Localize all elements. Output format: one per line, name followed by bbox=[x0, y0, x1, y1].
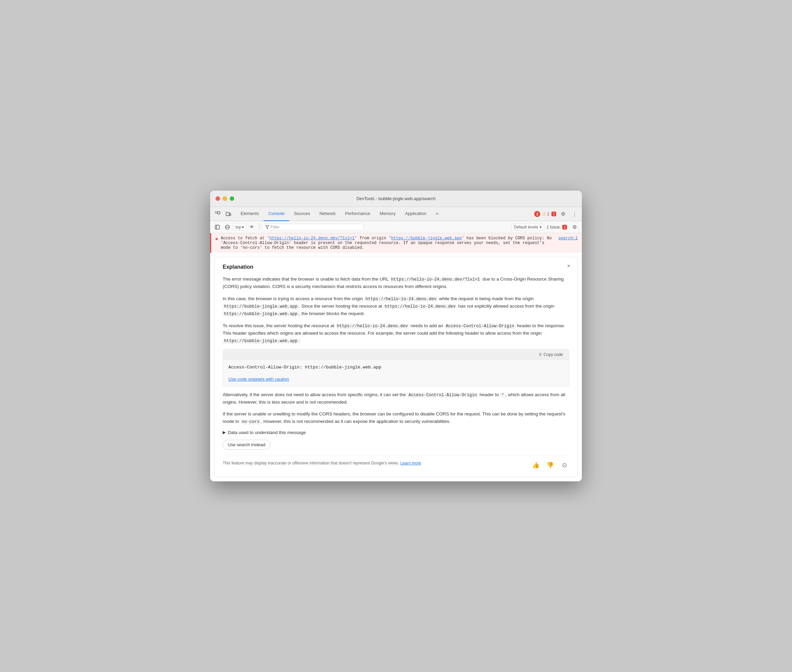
tab-console[interactable]: Console bbox=[263, 207, 289, 221]
eye-icon[interactable]: 👁 bbox=[248, 223, 257, 232]
issues-label: 1 Issue: bbox=[547, 225, 561, 229]
inline-origin-1: https://hello-io-24.deno.dev bbox=[364, 296, 438, 302]
error-url1-link[interactable]: https://hello-io-24.deno.dev/?lvl=1 bbox=[269, 236, 354, 241]
titlebar: DevTools - bubble-jingle.web.app/search bbox=[210, 190, 582, 207]
tab-sources[interactable]: Sources bbox=[289, 207, 315, 221]
filter-input-area[interactable]: Filter bbox=[262, 224, 364, 230]
tab-toolbar-icons bbox=[213, 209, 233, 219]
log-levels-dropdown[interactable]: Default levels ▾ bbox=[511, 224, 544, 230]
svg-marker-8 bbox=[265, 226, 269, 229]
close-explanation-button[interactable]: × bbox=[565, 262, 573, 270]
explanation-title: Explanation bbox=[223, 264, 569, 270]
caution-link[interactable]: Use code snippets with caution bbox=[228, 376, 289, 382]
tab-performance[interactable]: Performance bbox=[340, 207, 375, 221]
close-button[interactable] bbox=[216, 197, 220, 201]
error-text-before: Access to fetch at ' bbox=[220, 236, 269, 241]
data-used-label: Data used to understand this message bbox=[228, 430, 306, 435]
inline-origin-5: https://bubble-jingle.web.app bbox=[223, 338, 299, 344]
devtools-tab-bar: Elements Console Sources Network Perform… bbox=[210, 207, 582, 221]
error-source-link[interactable]: search:1 bbox=[558, 236, 578, 250]
error-text-middle: ' from origin ' bbox=[355, 236, 391, 241]
minimize-button[interactable] bbox=[223, 197, 227, 201]
copy-icon: ⎘ bbox=[539, 352, 541, 357]
chevron-down-icon-2: ▾ bbox=[540, 225, 541, 229]
error-icon: ✖ bbox=[215, 236, 218, 250]
report-button[interactable]: ⊙ bbox=[559, 460, 569, 470]
inline-wildcard: * bbox=[500, 392, 506, 398]
device-mode-icon[interactable] bbox=[224, 209, 233, 219]
thumbs-up-button[interactable]: 👍 bbox=[531, 460, 541, 470]
settings-icon[interactable]: ⚙ bbox=[558, 209, 568, 219]
feedback-icons: 👍 👎 ⊙ bbox=[531, 460, 569, 470]
window-title: DevTools - bubble-jingle.web.app/search bbox=[356, 196, 436, 201]
inline-header-1: Access-Control-Allow-Origin bbox=[444, 323, 516, 329]
use-search-label: Use search instead bbox=[228, 442, 265, 447]
maximize-button[interactable] bbox=[230, 197, 234, 201]
error-message-content: Access to fetch at 'https://hello-io-24.… bbox=[220, 236, 556, 250]
devtools-window: DevTools - bubble-jingle.web.app/search … bbox=[210, 190, 582, 481]
code-block: ⎘ Copy code Access-Control-Allow-Origin:… bbox=[223, 349, 569, 386]
warning-icon: ⚠ bbox=[542, 211, 546, 216]
code-block-body: Access-Control-Allow-Origin: https://bub… bbox=[223, 360, 569, 374]
svg-rect-0 bbox=[215, 211, 217, 213]
learn-more-link[interactable]: Learn more bbox=[401, 461, 421, 466]
inspect-element-icon[interactable] bbox=[213, 209, 222, 219]
sidebar-toggle-icon[interactable] bbox=[213, 223, 222, 232]
warning-badge-group: ⚠ 1 bbox=[542, 211, 549, 216]
chevron-down-icon: ▾ bbox=[242, 225, 244, 229]
inline-origin-2: https://bubble-jingle.web.app bbox=[223, 304, 299, 309]
main-tabs: Elements Console Sources Network Perform… bbox=[236, 207, 534, 221]
issues-counter: 1 Issue: 1 bbox=[547, 225, 567, 229]
inline-origin-4: https://bubble-jingle.web.app bbox=[223, 311, 299, 317]
explanation-para-4: Alternatively, if the server does not ne… bbox=[223, 391, 569, 406]
tab-more[interactable]: » bbox=[431, 207, 443, 221]
more-options-icon[interactable]: ⋮ bbox=[570, 209, 579, 219]
svg-rect-3 bbox=[230, 213, 231, 216]
code-snippet-text: Access-Control-Allow-Origin: https://bub… bbox=[228, 365, 381, 370]
console-toolbar: top ▾ 👁 Filter Default levels ▾ 1 Issue:… bbox=[210, 221, 582, 233]
tab-elements[interactable]: Elements bbox=[236, 207, 263, 221]
svg-rect-4 bbox=[215, 225, 219, 229]
filter-label[interactable]: Filter bbox=[271, 225, 280, 229]
tab-memory[interactable]: Memory bbox=[375, 207, 401, 221]
tabs-right-area: 2 ⚠ 1 1 ⚙ ⋮ bbox=[534, 209, 579, 219]
code-block-header: ⎘ Copy code bbox=[223, 349, 569, 360]
inline-nocors: no-cors bbox=[241, 419, 261, 424]
inline-url-1: https://hello-io-24.deno.dev/?lvl=1 bbox=[390, 277, 482, 282]
issues-mini-badge: 1 bbox=[562, 225, 567, 229]
separator bbox=[259, 224, 260, 230]
error-badge-group: 2 bbox=[534, 211, 540, 217]
context-label: top bbox=[235, 225, 241, 229]
disclaimer-text: This feature may display inaccurate or o… bbox=[223, 460, 527, 466]
disclaimer-area: This feature may display inaccurate or o… bbox=[223, 455, 569, 470]
explanation-para-2: In this case, the browser is trying to a… bbox=[223, 295, 569, 317]
explanation-para-1: The error message indicates that the bro… bbox=[223, 275, 569, 290]
copy-code-button[interactable]: ⎘ Copy code bbox=[537, 352, 565, 358]
inline-origin-3: https://hello-io-24.deno.dev bbox=[383, 304, 457, 309]
default-levels-label: Default levels bbox=[514, 225, 538, 229]
error-count-badge: 2 bbox=[534, 211, 540, 217]
use-search-button[interactable]: Use search instead bbox=[223, 440, 270, 450]
svg-rect-1 bbox=[217, 211, 220, 214]
inline-header-2: Access-Control-Allow-Origin bbox=[407, 392, 479, 398]
explanation-para-5: If the server is unable or unwilling to … bbox=[223, 410, 569, 425]
tab-network[interactable]: Network bbox=[315, 207, 340, 221]
error-message-row: ✖ Access to fetch at 'https://hello-io-2… bbox=[210, 233, 582, 253]
tab-application[interactable]: Application bbox=[401, 207, 431, 221]
triangle-icon: ▶ bbox=[223, 430, 226, 435]
thumbs-down-button[interactable]: 👎 bbox=[545, 460, 555, 470]
data-used-toggle[interactable]: ▶ Data used to understand this message bbox=[223, 430, 569, 435]
inline-server-url: https://hello-io-24.deno.dev bbox=[335, 323, 409, 329]
traffic-lights bbox=[216, 197, 234, 201]
explanation-para-3: To resolve this issue, the server hostin… bbox=[223, 322, 569, 344]
console-settings-icon[interactable]: ⚙ bbox=[570, 222, 579, 232]
explanation-panel: Explanation × The error message indicate… bbox=[214, 257, 578, 477]
clear-console-icon[interactable] bbox=[223, 223, 232, 232]
disclaimer-message: This feature may display inaccurate or o… bbox=[223, 461, 399, 466]
issues-count-badge: 1 bbox=[551, 211, 556, 216]
svg-rect-2 bbox=[226, 212, 229, 216]
context-selector[interactable]: top ▾ bbox=[233, 224, 246, 230]
issues-badge-group: 1 bbox=[551, 211, 556, 216]
warning-count: 1 bbox=[547, 211, 549, 216]
error-url2-link[interactable]: https://bubble-jingle.web.app bbox=[391, 236, 462, 241]
